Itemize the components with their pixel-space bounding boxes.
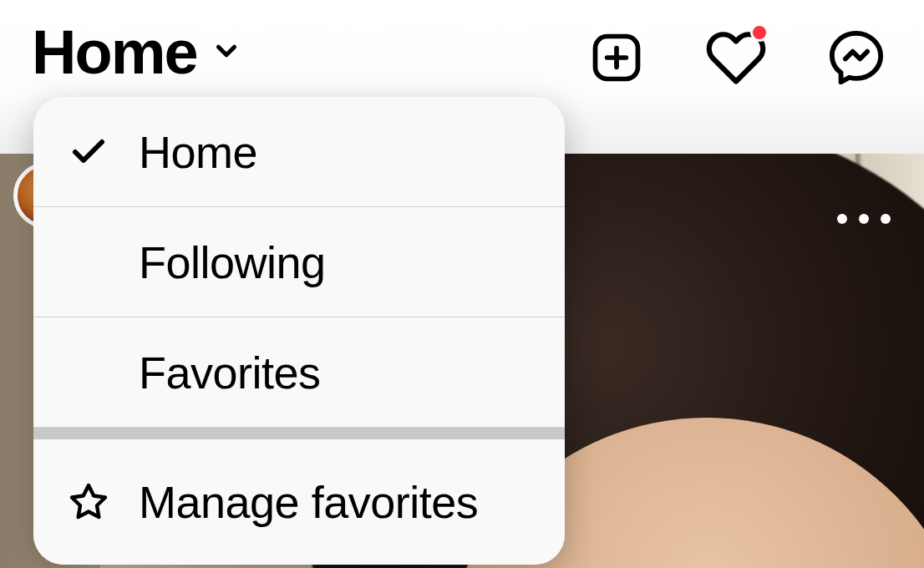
feed-selector-menu: Home Following Favorites Manage favorite…: [33, 97, 565, 565]
feed-option-label: Favorites: [139, 347, 321, 398]
manage-favorites-button[interactable]: Manage favorites: [33, 439, 565, 565]
feed-option-favorites[interactable]: Favorites: [33, 317, 565, 428]
svg-marker-3: [72, 485, 105, 517]
manage-favorites-label: Manage favorites: [139, 476, 478, 528]
activity-button[interactable]: [705, 27, 767, 92]
feed-option-label: Following: [139, 236, 326, 288]
menu-separator: [33, 428, 565, 439]
post-more-button[interactable]: [837, 214, 891, 224]
dots-icon: [859, 214, 869, 224]
feed-option-label: Home: [139, 126, 257, 178]
messenger-button[interactable]: [827, 28, 886, 90]
feed-selector-button[interactable]: Home: [32, 17, 242, 88]
check-icon: [65, 132, 112, 172]
notification-badge-icon: [750, 23, 769, 42]
header-actions: [588, 27, 886, 92]
chevron-down-icon: [211, 35, 242, 70]
feed-selector-label: Home: [32, 17, 197, 88]
dots-icon: [837, 214, 847, 224]
heart-icon: [705, 77, 767, 91]
messenger-icon: [827, 75, 886, 89]
star-icon: [65, 482, 112, 522]
dots-icon: [881, 214, 891, 224]
feed-option-following[interactable]: Following: [33, 207, 565, 317]
feed-option-home[interactable]: Home: [33, 97, 565, 207]
create-post-button[interactable]: [588, 29, 645, 89]
plus-square-icon: [588, 74, 645, 89]
